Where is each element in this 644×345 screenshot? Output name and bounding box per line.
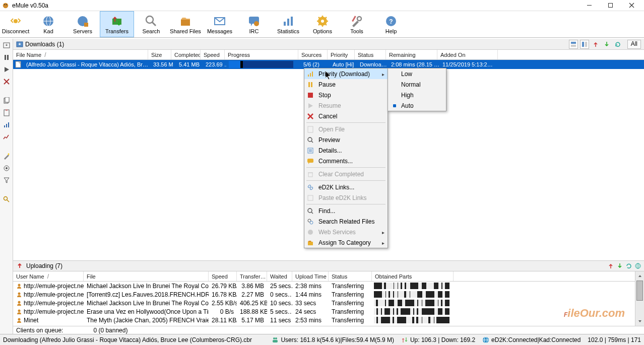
ctx-searchrelated[interactable]: Search Related Files bbox=[304, 216, 388, 227]
sidebar-paste-icon[interactable] bbox=[2, 108, 11, 117]
ctx-priority[interactable]: Priority (Download) bbox=[304, 68, 388, 79]
ctx-comments[interactable]: Comments... bbox=[304, 156, 388, 166]
upload-row[interactable]: http://emule-project.net[Torrent9.cz] Le… bbox=[13, 290, 635, 299]
download-arrow-icon[interactable] bbox=[602, 40, 611, 49]
up-col-4[interactable]: Waited bbox=[267, 271, 292, 281]
up-refresh-icon[interactable] bbox=[626, 263, 632, 269]
dl-col-speed[interactable]: Speed bbox=[201, 50, 225, 59]
dl-col-completed[interactable]: Completed bbox=[171, 50, 201, 59]
upload-row[interactable]: http://emule-project.netMichael Jackson … bbox=[13, 299, 635, 307]
sidebar-stats-icon[interactable] bbox=[2, 120, 11, 129]
ctx-assigncat[interactable]: Assign To Category bbox=[304, 237, 388, 248]
queue-label: Clients on queue: bbox=[16, 327, 63, 334]
ctx-cancel[interactable]: Cancel bbox=[304, 111, 388, 121]
obtained-parts-bar bbox=[374, 300, 449, 306]
ctx-stop[interactable]: Stop bbox=[304, 90, 388, 100]
ctx-pasteed2k: Paste eD2K Links bbox=[304, 192, 388, 203]
svg-rect-51 bbox=[16, 61, 21, 67]
svg-rect-39 bbox=[6, 124, 7, 127]
ctx-details[interactable]: Details... bbox=[304, 145, 388, 156]
ctx-find[interactable]: Find... bbox=[304, 205, 388, 216]
upload-icon bbox=[16, 262, 23, 269]
upload-row[interactable]: http://emule-project.netMichael Jackson … bbox=[13, 282, 635, 290]
svg-point-2 bbox=[6, 4, 7, 5]
sidebar-copy-icon[interactable] bbox=[2, 96, 11, 105]
toolbar-help[interactable]: ?Help bbox=[374, 11, 408, 37]
up-globe-icon[interactable] bbox=[635, 263, 641, 269]
priority-submenu: LowNormalHighAuto bbox=[388, 68, 446, 111]
minimize-button[interactable] bbox=[578, 0, 600, 11]
svg-rect-16 bbox=[181, 20, 190, 26]
view-toggle-2[interactable] bbox=[580, 40, 589, 49]
sidebar-filter-icon[interactable] bbox=[2, 176, 11, 185]
svg-rect-26 bbox=[352, 16, 356, 22]
view-toggle-1[interactable] bbox=[569, 40, 578, 49]
priority-normal[interactable]: Normal bbox=[388, 79, 446, 90]
sidebar-wizard-icon[interactable] bbox=[2, 152, 11, 161]
dl-col-status[interactable]: Status bbox=[355, 50, 386, 59]
toolbar-transfers[interactable]: Transfers bbox=[100, 11, 134, 37]
ctx-ed2klinks[interactable]: eD2K Links... bbox=[304, 182, 388, 192]
toolbar-messages[interactable]: Messages bbox=[203, 11, 237, 37]
sidebar-search-icon[interactable] bbox=[2, 195, 11, 204]
svg-point-56 bbox=[18, 301, 21, 304]
svg-rect-88 bbox=[273, 340, 278, 342]
toolbar-shared-files[interactable]: Shared Files bbox=[168, 11, 203, 37]
svg-point-83 bbox=[310, 221, 313, 224]
up-col-2[interactable]: Speed bbox=[209, 271, 237, 281]
openfile-icon bbox=[306, 125, 314, 133]
ctx-openfile: Open File bbox=[304, 124, 388, 134]
uploading-section-bar: Uploading (7) bbox=[13, 260, 644, 271]
svg-rect-62 bbox=[308, 82, 310, 87]
sidebar-chart-icon[interactable] bbox=[2, 132, 11, 142]
dl-col-sources[interactable]: Sources bbox=[298, 50, 328, 59]
dl-col-progress[interactable]: Progress bbox=[225, 50, 298, 59]
up-col-3[interactable]: Transfer… bbox=[237, 271, 267, 281]
servers-icon bbox=[76, 15, 89, 28]
up-arrow-green-icon[interactable] bbox=[617, 263, 623, 269]
upload-arrow-icon[interactable] bbox=[591, 40, 600, 49]
toolbar-statistics[interactable]: Statistics bbox=[271, 11, 305, 37]
svg-rect-40 bbox=[8, 122, 9, 127]
kad-icon bbox=[42, 15, 55, 28]
toolbar-disconnect[interactable]: Disconnect bbox=[0, 11, 31, 37]
up-col-5[interactable]: Upload Time bbox=[292, 271, 329, 281]
dl-cell-9: 11/25/2019 5:13:2… bbox=[439, 61, 500, 67]
sidebar-pause-icon[interactable] bbox=[2, 53, 11, 62]
toolbar-kad[interactable]: Kad bbox=[31, 11, 66, 37]
progress-bar bbox=[229, 61, 293, 68]
close-button[interactable] bbox=[621, 0, 642, 11]
up-col-6[interactable]: Status bbox=[329, 271, 372, 281]
upload-row[interactable]: MinetThe Myth (Jackie Chan, 2005) FRENCH… bbox=[13, 316, 635, 324]
sidebar-settings-icon[interactable] bbox=[2, 164, 11, 173]
dl-col-file-name[interactable]: File Name / bbox=[13, 50, 148, 59]
toolbar-search[interactable]: Search bbox=[134, 11, 168, 37]
dl-col-priority[interactable]: Priority bbox=[328, 50, 355, 59]
ctx-preview[interactable]: Preview bbox=[304, 134, 388, 145]
up-col-1[interactable]: File bbox=[84, 271, 209, 281]
toolbar-irc[interactable]: IRC bbox=[237, 11, 271, 37]
toolbar-options[interactable]: Options bbox=[305, 11, 340, 37]
up-col-7[interactable]: Obtained Parts bbox=[372, 271, 454, 281]
dl-col-size[interactable]: Size bbox=[148, 50, 171, 59]
toolbar-tools[interactable]: Tools bbox=[340, 11, 374, 37]
dl-col-added-on[interactable]: Added On bbox=[437, 50, 498, 59]
priority-auto[interactable]: Auto bbox=[388, 100, 446, 111]
priority-high[interactable]: High bbox=[388, 90, 446, 100]
toolbar-label: Kad bbox=[43, 28, 53, 34]
upload-scrollbar[interactable] bbox=[635, 271, 644, 326]
refresh-icon[interactable] bbox=[613, 40, 622, 49]
all-filter-button[interactable]: All bbox=[627, 40, 641, 49]
up-col-0[interactable]: User Name / bbox=[13, 271, 84, 281]
sidebar-play-icon[interactable] bbox=[2, 65, 11, 74]
up-arrow-red-icon[interactable] bbox=[608, 263, 614, 269]
maximize-button[interactable] bbox=[600, 0, 621, 11]
priority-icon bbox=[306, 70, 314, 78]
dl-col-remaining[interactable]: Remaining bbox=[386, 50, 437, 59]
upload-row[interactable]: http://emule-project.netErase una Vez en… bbox=[13, 307, 635, 316]
ctx-pause[interactable]: Pause bbox=[304, 79, 388, 90]
sidebar-downloads-icon[interactable] bbox=[2, 41, 11, 50]
toolbar-servers[interactable]: Servers bbox=[66, 11, 100, 37]
priority-low[interactable]: Low bbox=[388, 68, 446, 79]
sidebar-cancel-icon[interactable] bbox=[2, 77, 11, 86]
